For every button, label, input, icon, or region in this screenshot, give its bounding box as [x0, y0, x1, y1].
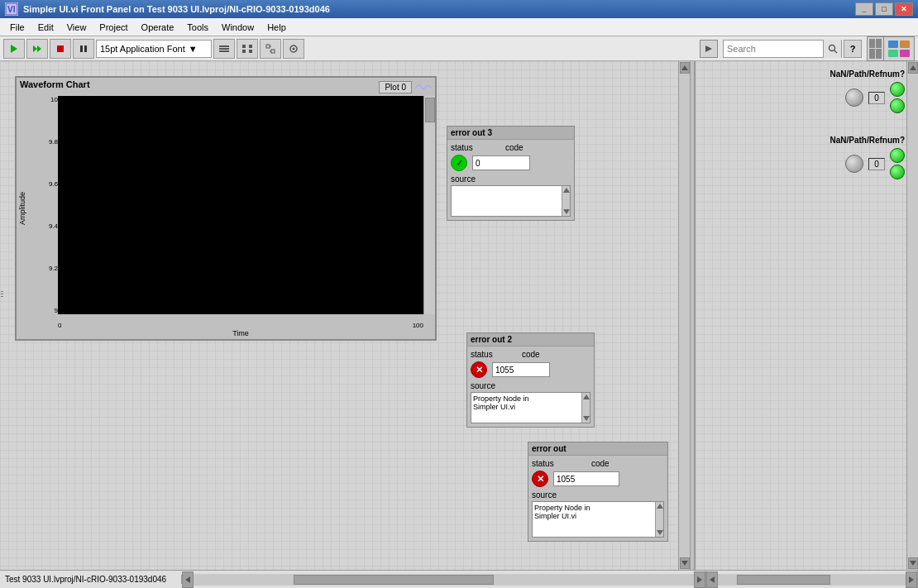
window-title: Simpler UI.vi Front Panel on Test 9033 U…: [23, 4, 855, 14]
svg-rect-25: [900, 41, 910, 48]
canvas-area[interactable]: Waveform Chart Plot 0 Amplitude 10 9.8 9…: [0, 61, 690, 570]
svg-rect-24: [888, 41, 898, 48]
error-out-code-field: 1055: [553, 471, 619, 486]
main-area: Waveform Chart Plot 0 Amplitude 10 9.8 9…: [0, 61, 918, 570]
status-path: Test 9033 UI.lvproj/NI-cRIO-9033-0193d04…: [0, 575, 182, 584]
scroll-left-btn[interactable]: [182, 571, 194, 588]
error-out-status-indicator: ✕: [532, 471, 548, 487]
h-scrollbar-right-thumb[interactable]: [737, 575, 831, 585]
h-scrollbar-right-track[interactable]: [718, 574, 906, 586]
font-selector[interactable]: 15pt Application Font ▼: [96, 40, 212, 58]
abort-button[interactable]: [50, 39, 71, 59]
grid-btn-1[interactable]: [868, 37, 884, 60]
svg-rect-10: [219, 50, 229, 52]
chart-scrollbar[interactable]: [423, 96, 435, 314]
run-continuously-button[interactable]: [26, 39, 48, 59]
scroll-right-btn[interactable]: [694, 571, 705, 588]
svg-rect-13: [242, 50, 246, 53]
maximize-button[interactable]: □: [875, 2, 893, 16]
svg-marker-34: [681, 65, 688, 70]
source-out-scrollbar[interactable]: [655, 502, 663, 537]
led-green-2: [890, 98, 905, 113]
canvas-scrollbar-v[interactable]: [678, 61, 690, 570]
svg-rect-26: [888, 50, 898, 57]
source-scrollbar[interactable]: [562, 186, 570, 216]
menu-file[interactable]: File: [3, 21, 31, 34]
svg-rect-7: [84, 45, 87, 52]
svg-marker-39: [697, 576, 702, 583]
error-out-2-source-field: Property Node inSimpler UI.vi: [471, 392, 590, 423]
controls-palette[interactable]: [884, 37, 914, 60]
error-out-3-source-field: [451, 185, 571, 217]
menu-view[interactable]: View: [60, 21, 93, 34]
chart-plot-area: [58, 96, 423, 314]
h-scrollbar-track[interactable]: [194, 574, 694, 586]
right-panel: NaN/Path/Refnum? 0 NaN/Path/Refnum? 0: [695, 61, 918, 570]
h-scrollbar-left[interactable]: [182, 571, 706, 589]
svg-rect-15: [266, 45, 270, 48]
svg-rect-5: [57, 45, 64, 52]
plot-button[interactable]: Plot 0: [379, 81, 412, 93]
menu-edit[interactable]: Edit: [31, 21, 60, 34]
error-out-3-header: error out 3: [447, 127, 574, 140]
svg-rect-12: [249, 45, 252, 48]
h-scrollbar-thumb[interactable]: [294, 575, 494, 585]
error-out-2-code-field: 1055: [492, 362, 550, 377]
error-out-2-panel: error out 2 status code ✕ 1055 source: [466, 332, 595, 428]
search-box[interactable]: [723, 40, 842, 58]
menu-operate[interactable]: Operate: [135, 21, 181, 34]
svg-marker-2: [11, 45, 17, 53]
help-button[interactable]: ?: [844, 40, 862, 58]
svg-marker-40: [710, 576, 715, 583]
svg-point-22: [829, 45, 834, 50]
error-out-2-status-indicator: ✕: [471, 361, 487, 378]
settings-button[interactable]: [283, 39, 304, 59]
svg-marker-41: [909, 576, 914, 583]
svg-rect-11: [242, 45, 246, 48]
menu-bar: File Edit View Project Operate Tools Win…: [0, 18, 918, 36]
menu-window[interactable]: Window: [215, 21, 261, 34]
nan-leds-1: [890, 82, 905, 113]
search-button[interactable]: [823, 40, 841, 58]
error-out-panel: error out status code ✕ 1055 source: [528, 442, 668, 542]
close-button[interactable]: ✕: [895, 2, 913, 16]
distribute-button[interactable]: [237, 39, 258, 59]
error-out-3-status-row: status code: [451, 143, 571, 152]
svg-marker-21: [705, 45, 712, 52]
menu-tools[interactable]: Tools: [180, 21, 215, 34]
right-scrollbar-v[interactable]: [906, 61, 918, 570]
svg-marker-32: [657, 504, 663, 509]
align-button[interactable]: [213, 39, 235, 59]
svg-rect-16: [271, 50, 275, 53]
h-scrollbar-right[interactable]: [706, 571, 918, 589]
led-green-3: [890, 148, 905, 163]
scroll-right-right-btn[interactable]: [906, 571, 917, 588]
run-button[interactable]: [3, 39, 25, 59]
svg-rect-6: [80, 45, 83, 52]
led-green-4: [890, 165, 905, 179]
resize-button[interactable]: [260, 39, 281, 59]
error-out-2-status-row: status code: [471, 350, 590, 359]
source-2-scrollbar[interactable]: [581, 393, 590, 423]
error-out-2-value-row: ✕ 1055: [471, 361, 590, 378]
error-out-2-source-section: source Property Node inSimpler UI.vi: [471, 380, 590, 423]
svg-text:VI: VI: [7, 5, 16, 14]
error-out-3-source-section: source: [451, 174, 571, 217]
menu-help[interactable]: Help: [261, 21, 293, 34]
nan-knob-1[interactable]: [845, 88, 863, 107]
error-out-source-field: Property Node inSimpler UI.vi: [532, 501, 664, 538]
y-axis: 10 9.8 9.6 9.4 9.2 9: [30, 96, 58, 314]
toolbar-extra-btn[interactable]: [700, 40, 718, 58]
pause-button[interactable]: [73, 39, 94, 59]
nan-knob-2[interactable]: [845, 155, 863, 173]
search-input[interactable]: [724, 44, 823, 54]
svg-rect-9: [219, 48, 229, 50]
menu-project[interactable]: Project: [93, 21, 134, 34]
toolbar: 15pt Application Font ▼: [0, 36, 918, 61]
nan-indicator-group-2: 0: [845, 148, 905, 179]
svg-rect-14: [249, 50, 252, 53]
error-out-3-code-field: 0: [472, 155, 530, 170]
minimize-button[interactable]: _: [855, 2, 873, 16]
chart-legend: Plot 0: [379, 81, 432, 93]
scroll-right-left-btn[interactable]: [706, 571, 718, 588]
